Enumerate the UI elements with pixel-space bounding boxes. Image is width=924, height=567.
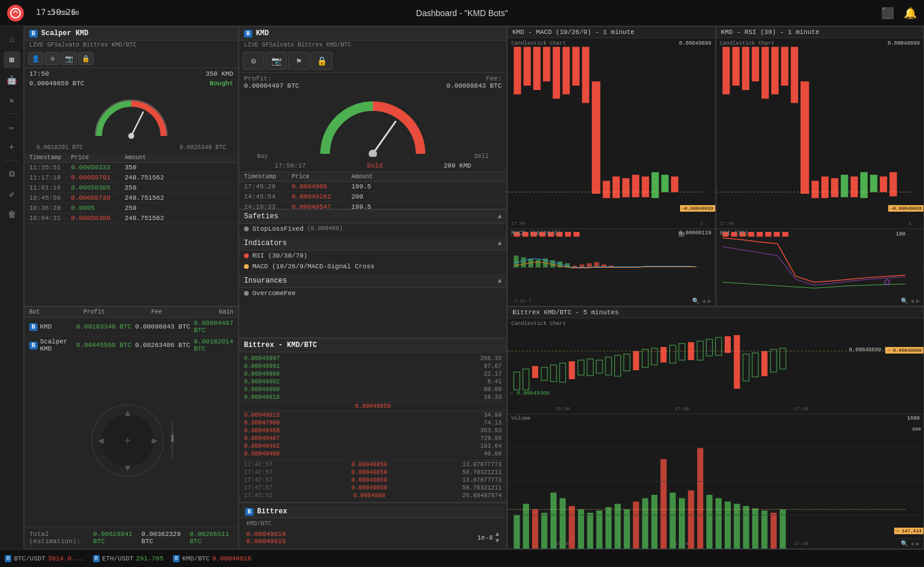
left-btn[interactable]: ◀ [702, 298, 705, 305]
5min-candle-area: Candlestick Chart [508, 318, 923, 414]
sidebar-item-home[interactable]: ⌂ [4, 31, 20, 48]
scalper-camera-btn[interactable]: 📷 [61, 52, 77, 65]
nav-circle: ▲ ▼ ◀ ▶ + [89, 402, 166, 479]
svg-rect-15 [543, 47, 550, 82]
svg-rect-25 [642, 176, 649, 197]
rsi-zoom-btn[interactable]: 🔍 [901, 298, 908, 305]
rsi-candlestick-area: Candlestick Chart 0.00049899 0.0004988 [716, 38, 924, 228]
kmd-lock-btn[interactable]: 🔒 [311, 52, 332, 70]
rsi-right-btn[interactable]: ▶ [916, 298, 920, 305]
svg-rect-132 [651, 495, 657, 549]
volume-svg [508, 414, 923, 549]
sidebar-item-delete[interactable]: 🗑 [4, 206, 20, 223]
svg-rect-118 [523, 504, 529, 549]
insurances-collapse[interactable]: ▲ [497, 277, 502, 284]
svg-rect-16 [553, 47, 560, 99]
fee-label: Fee: [486, 75, 502, 82]
scalper-lock-btn[interactable]: 🔒 [78, 52, 94, 65]
bid-row: 0.00049462 193.64 [242, 442, 504, 450]
orderbook-title: Bittrex - KMD/BTC [244, 341, 317, 349]
step-arrows[interactable]: ▲ ▼ [495, 531, 499, 544]
scalper-gauge [24, 89, 238, 144]
ethusdt-pair: ETH/USDT [102, 555, 134, 562]
scalper-user-btn[interactable]: 👤 [28, 52, 44, 65]
svg-rect-120 [541, 513, 547, 549]
ask-row: 0.00049991 97.67 [242, 362, 504, 370]
vol-right-btn[interactable]: ▶ [916, 540, 920, 547]
safeties-collapse[interactable]: ▲ [497, 213, 502, 220]
kmd-camera-btn[interactable]: 📷 [265, 52, 287, 70]
kmd-panel-badge: B [244, 30, 252, 38]
step-control: 1e-8 ▲ ▼ [477, 531, 499, 544]
rsi-time2: 1 [908, 221, 911, 226]
table-row: 14:45:54 0.00049262 200 [239, 192, 506, 202]
vol-zoom-btn[interactable]: 🔍 [901, 540, 908, 547]
svg-rect-138 [706, 495, 712, 549]
right-btn[interactable]: ▶ [707, 298, 711, 305]
trade-row: 17:47:57 0.00049859 58.70321211 [242, 484, 504, 492]
5min-time1: 16:30 [555, 406, 570, 411]
svg-rect-90 [560, 363, 565, 382]
trade-row: 17:45:52 0.0004988 26.88487874 [242, 492, 504, 500]
kmd-header: B KMD [239, 27, 506, 41]
svg-rect-123 [569, 506, 575, 549]
svg-rect-13 [524, 47, 531, 86]
rsi-chart-panel: KMD - RSI (30) - 1 minute Candlestick Ch… [716, 26, 925, 306]
rsi-sub-panel: RSI (30) [716, 228, 924, 306]
rsi-sub-title: RSI (30) [720, 230, 749, 237]
step-down[interactable]: ▼ [495, 538, 499, 544]
sidebar-item-bots[interactable]: 🤖 [4, 72, 20, 88]
screen-icon[interactable]: ⬛ [881, 7, 894, 20]
table-row: 14:10:33 0.00049547 199.5 [239, 202, 506, 209]
macd-price-tag: → 0.00049859 [680, 205, 715, 212]
5min-price-tag: → 0.00049988 [885, 347, 923, 354]
svg-rect-87 [532, 366, 538, 378]
svg-rect-83 [782, 232, 788, 237]
indicators-collapse[interactable]: ▲ [497, 240, 502, 247]
kmd-trades-table: Timestamp Price Amount 17:45:29 0.000498… [239, 172, 506, 209]
svg-rect-58 [761, 47, 768, 99]
rsi-left-btn[interactable]: ◀ [910, 298, 914, 305]
bell-icon[interactable]: 🔔 [904, 7, 917, 20]
app-logo [7, 5, 24, 21]
nav-circle-area: ▲ ▼ ◀ ▶ + [24, 355, 238, 526]
charts-bottom-row: Bittrex KMD/BTC - 5 minutes Candlestick … [507, 306, 924, 549]
sidebar-item-pen[interactable]: ✐ [4, 186, 20, 203]
bid-row: 0.00049467 729.99 [242, 435, 504, 442]
kmd-settings-btn[interactable]: ⚙ [243, 52, 264, 70]
indicators-title: Indicators [244, 239, 287, 247]
vol-time2: 17:00 [675, 541, 689, 546]
stoploss-dot [244, 227, 249, 231]
step-value: 1e-8 [477, 534, 493, 541]
kmd-col-amount: Amount [351, 173, 373, 180]
kmd-profit: 0.00183340 BTC [76, 323, 135, 330]
vol-left-btn[interactable]: ◀ [910, 540, 914, 547]
sidebar-item-add[interactable]: + [4, 139, 20, 156]
macd-candlestick-area: Candlestick Chart 0.00049899 0.0004988 [508, 38, 715, 228]
kmd-flag-btn[interactable]: ⚑ [288, 52, 310, 70]
kmd-panel: B KMD LIVE GFSalvato Bittrex KMD/BTC ⚙ 📷… [239, 26, 507, 209]
svg-rect-12 [514, 47, 521, 95]
table-row: 11:01:16 0.00050305 250 [24, 183, 238, 193]
bid-row: 0.00047900 74.13 [242, 419, 504, 427]
rsi-sub-svg [716, 229, 924, 306]
sidebar-item-close[interactable]: ✕ [4, 92, 20, 109]
charts-top-row: KMD - MACD (10/26/9) - 1 minute Candlest… [507, 26, 924, 306]
svg-rect-40 [580, 265, 585, 268]
sidebar-item-dashboard[interactable]: ⊞ [4, 51, 20, 68]
sidebar-item-edit[interactable]: ✏ [4, 119, 20, 135]
macd-dot [244, 264, 249, 269]
svg-rect-136 [688, 491, 694, 549]
sidebar-item-copy[interactable]: ⧉ [4, 166, 20, 182]
scalper-settings-btn[interactable]: ⚙ [45, 52, 60, 65]
5min-current-label: 0.00049899 → [849, 347, 888, 353]
zoom-in-btn[interactable]: 🔍 [692, 298, 699, 305]
svg-rect-86 [523, 369, 529, 390]
svg-rect-131 [642, 498, 648, 549]
macd-sub-panel: MACD (10/26/9) 0.00000119 [508, 228, 715, 306]
total-profit: 0.00628841 BTC [93, 531, 137, 545]
rsi-chart-title: KMD - RSI (30) - 1 minute [716, 27, 924, 38]
ticker-kmdbtc: B KMD/BTC 0.00049816 [173, 555, 252, 562]
5min-time2: 17:00 [675, 406, 689, 411]
trade-row: 17:47:57 0.00049859 13.87877773 [242, 461, 504, 469]
